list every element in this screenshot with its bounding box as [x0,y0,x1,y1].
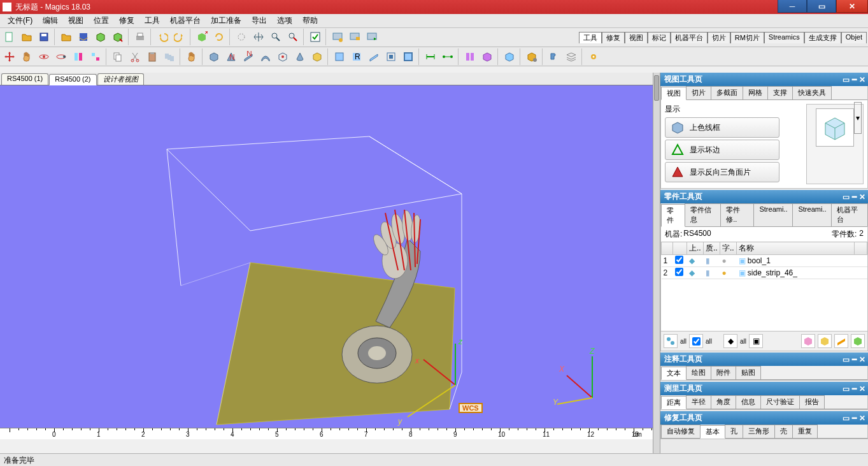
scene-layout-icon[interactable] [346,29,363,45]
select-all-btn[interactable] [664,334,678,348]
fix-tab-hole[interactable]: 孔 [725,425,743,438]
platform-icon[interactable] [523,48,540,65]
ctab-view[interactable]: 视图 [625,32,648,43]
split-cube-icon[interactable] [479,48,495,65]
menu-view[interactable]: 视图 [63,14,89,27]
menu-help[interactable]: 帮助 [297,14,323,27]
minimize-panel-icon[interactable]: ━ [852,355,857,364]
zoom-window-icon[interactable] [285,29,301,45]
scene-auto-icon[interactable] [364,29,380,45]
toggle-vis-btn[interactable]: ◆ [723,334,737,348]
parts-tab-info[interactable]: 零件信息 [685,203,722,226]
package-remove-icon[interactable] [110,29,126,45]
minimize-panel-icon[interactable]: ━ [852,414,857,423]
check-icon[interactable] [307,29,324,45]
minimize-panel-icon[interactable]: ━ [852,384,857,393]
pan-icon[interactable] [250,29,267,45]
menu-fix[interactable]: 修复 [114,14,139,27]
view-cube-dropdown[interactable]: ▾ [854,102,862,134]
display-inverted[interactable]: 显示反向三角面片 [665,162,779,182]
view-tab-grid[interactable]: 网格 [743,86,768,99]
add-green-btn[interactable] [851,334,865,348]
ctab-tools[interactable]: 工具 [579,32,602,43]
hand2-icon[interactable] [183,48,200,65]
view-tab-support[interactable]: 支撑 [767,86,793,99]
shape-surface-icon[interactable] [257,48,274,65]
fix-tab-dup[interactable]: 重复 [792,425,818,438]
box-yellow-btn[interactable] [818,334,832,348]
panel-fix-header[interactable]: 修复工具页 ▭━✕ [660,411,868,425]
menu-options[interactable]: 选项 [272,14,297,27]
parts-tab-stream1[interactable]: Streami.. [753,203,793,226]
redo-icon[interactable] [171,29,188,45]
col-qual[interactable]: 质.. [704,242,720,255]
panel-annot-header[interactable]: 注释工具页 ▭━✕ [660,353,868,366]
unload-part-icon[interactable]: × [194,29,210,45]
scene-tab-2[interactable]: RS4500 (2) [49,74,96,85]
add-cube-btn[interactable] [801,334,815,348]
measure-tab-dist[interactable]: 距离 [661,396,687,409]
pin-icon[interactable]: ▭ [843,414,850,423]
new-scene-icon[interactable] [329,29,346,45]
pin-icon[interactable]: ▭ [843,75,850,84]
ops2-icon[interactable]: R [348,48,365,65]
new-file-icon[interactable] [1,29,18,45]
fix-tab-basic[interactable]: 基本 [700,425,725,439]
measure-tab-radius[interactable]: 半径 [686,395,711,409]
menu-tools[interactable]: 工具 [139,14,165,27]
view-cube-thumbnail[interactable] [816,108,854,147]
cut-icon[interactable] [127,48,143,65]
hand-icon[interactable] [18,48,35,65]
display-shaded-wireframe[interactable]: 上色线框 [665,117,779,138]
close-panel-icon[interactable]: ✕ [859,414,865,423]
parts-tab-machine[interactable]: 机器平台 [831,203,868,226]
surface-btn[interactable] [834,334,848,348]
undo-icon[interactable] [154,29,171,45]
move-icon[interactable] [1,48,18,65]
pin-icon[interactable]: ▭ [843,193,850,201]
shape-plane-icon[interactable]: N [240,48,257,65]
col-top[interactable]: 上.. [687,242,704,255]
view-tab-slice[interactable]: 切片 [686,86,711,99]
row-visible-checkbox[interactable] [675,268,683,276]
table-row[interactable]: 2 ◆ ▮ ● ▣ side_strip_46_ [662,267,867,279]
ctab-rmslice[interactable]: RM切片 [730,32,764,43]
copies-icon[interactable] [161,48,178,65]
save-icon[interactable] [36,29,52,45]
display-bad-edges[interactable]: 显示坏边 [665,140,779,160]
material-icon[interactable] [501,48,518,65]
measure-tab-info[interactable]: 信息 [736,395,761,409]
view-tab-view[interactable]: 视图 [661,87,687,100]
measure-dist-icon[interactable] [439,48,456,65]
shape-triangle-icon[interactable]: N [223,48,239,65]
package-add-icon[interactable] [92,29,109,45]
panel-measure-header[interactable]: 测里工具页 ▭━✕ [660,382,868,395]
zoom-icon[interactable] [267,29,284,45]
minimize-panel-icon[interactable]: ━ [852,75,857,84]
parts-tab-parts[interactable]: 零件 [661,204,685,227]
annot-tab-text[interactable]: 文本 [661,367,687,380]
side-splitter[interactable] [653,73,660,454]
ops5-icon[interactable] [400,48,416,65]
col-font[interactable]: 字.. [720,242,737,255]
copy-icon[interactable] [110,48,126,65]
menu-export[interactable]: 导出 [246,14,272,27]
menu-position[interactable]: 位置 [89,14,114,27]
panel-parts-header[interactable]: 零件工具页 ▭━✕ [660,190,868,203]
measure-tab-angle[interactable]: 角度 [711,395,736,409]
save-project-icon[interactable] [75,29,92,45]
annot-tab-texture[interactable]: 贴图 [736,366,761,379]
pin-icon[interactable]: ▭ [843,384,850,393]
annot-tab-draw[interactable]: 绘图 [686,366,711,379]
ctab-streamics[interactable]: Streamics [764,32,804,43]
orbit-center-icon[interactable] [53,48,69,65]
open-project-icon[interactable] [58,29,75,45]
open-file-icon[interactable] [18,29,35,45]
menu-edit[interactable]: 编辑 [38,14,63,27]
menu-file[interactable]: 文件(F) [3,14,38,27]
rotate-view-icon[interactable] [233,29,250,45]
menu-machine[interactable]: 机器平台 [165,14,206,27]
ctab-mark[interactable]: 标记 [648,32,671,43]
parts-tab-fix[interactable]: 零件修.. [720,203,754,226]
ctab-slice[interactable]: 切片 [708,32,730,43]
